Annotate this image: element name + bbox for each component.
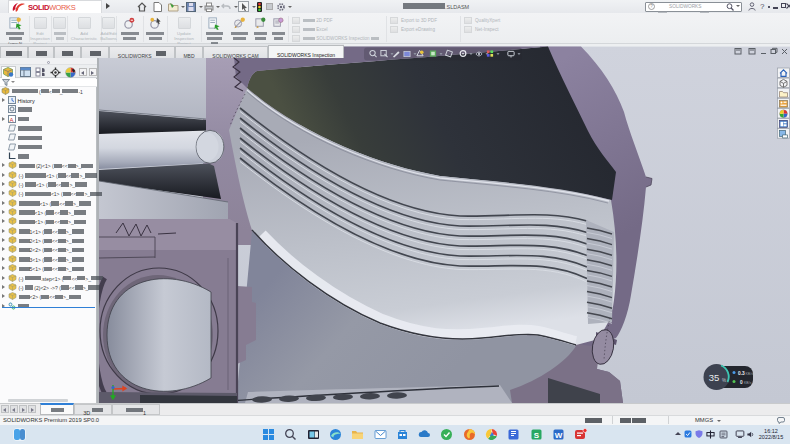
svg-text:?: ? — [650, 4, 653, 9]
svg-text:35: 35 — [709, 372, 720, 383]
svg-text:KB/s: KB/s — [746, 372, 754, 376]
svg-text:S: S — [533, 431, 539, 440]
svg-text:0: 0 — [740, 380, 743, 385]
svg-text:W: W — [555, 431, 563, 440]
svg-text:%: % — [722, 378, 726, 383]
svg-text:KB/s: KB/s — [744, 381, 752, 385]
svg-text:A: A — [10, 116, 14, 122]
svg-text:0.3: 0.3 — [738, 371, 745, 376]
